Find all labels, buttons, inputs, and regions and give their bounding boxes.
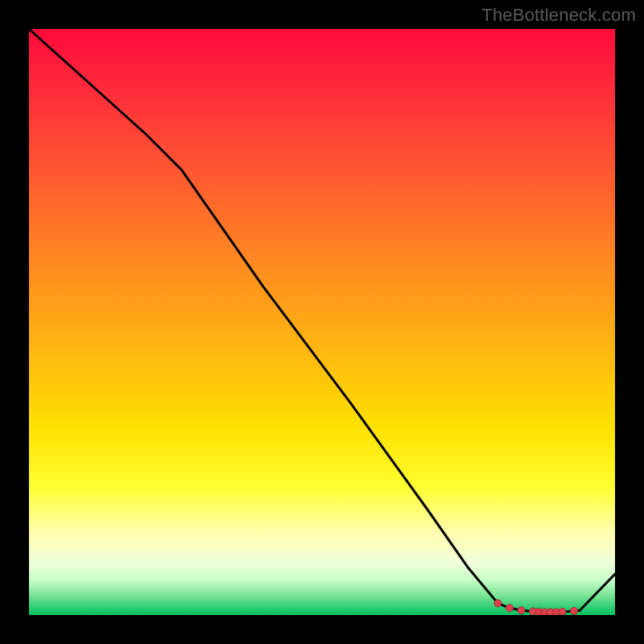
marker-point (571, 607, 578, 614)
marker-point (494, 600, 502, 607)
marker-point (518, 607, 525, 614)
chart-frame: TheBottleneck.com (0, 0, 644, 644)
plot-area (29, 29, 615, 615)
marker-point (506, 605, 514, 612)
marker-series (29, 29, 615, 615)
watermark-text: TheBottleneck.com (481, 5, 636, 26)
marker-point (559, 609, 566, 616)
